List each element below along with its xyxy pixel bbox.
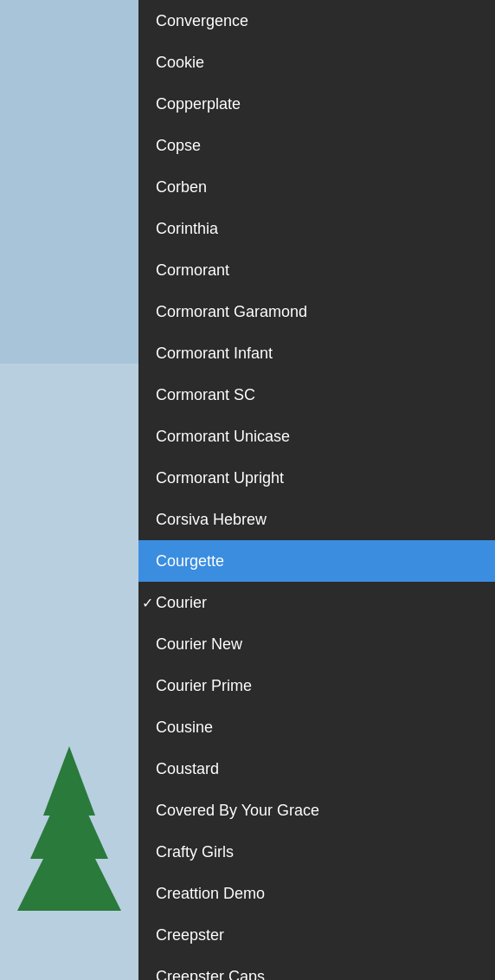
menu-item-cousine[interactable]: Cousine (138, 706, 495, 748)
menu-item-cormorant-infant[interactable]: Cormorant Infant (138, 332, 495, 374)
checkmark-icon: ✓ (138, 595, 156, 611)
menu-item-label: Covered By Your Grace (156, 802, 319, 820)
menu-item-label: Corinthia (156, 220, 218, 238)
menu-item-cookie[interactable]: Cookie (138, 42, 495, 83)
menu-item-creepster-caps[interactable]: Creepster Caps (138, 956, 495, 980)
menu-item-label: Cormorant (156, 261, 229, 280)
menu-item-courgette[interactable]: Courgette (138, 540, 495, 582)
font-dropdown-menu: ConvergenceCookieCopperplateCopseCorbenC… (138, 0, 495, 980)
menu-item-label: Creattion Demo (156, 885, 265, 903)
menu-item-label: Corben (156, 178, 207, 197)
tree-top (43, 746, 95, 816)
menu-item-convergence[interactable]: Convergence (138, 0, 495, 42)
menu-item-label: Cousine (156, 719, 213, 737)
menu-item-copperplate[interactable]: Copperplate (138, 83, 495, 125)
menu-item-label: Cormorant SC (156, 386, 255, 404)
tree-decoration (0, 616, 138, 980)
menu-item-cormorant-upright[interactable]: Cormorant Upright (138, 457, 495, 499)
menu-item-cormorant-garamond[interactable]: Cormorant Garamond (138, 291, 495, 332)
menu-item-label: Cormorant Unicase (156, 428, 290, 446)
menu-item-cormorant-unicase[interactable]: Cormorant Unicase (138, 416, 495, 457)
menu-item-label: Creepster Caps (156, 968, 265, 981)
menu-item-label: Cookie (156, 54, 204, 72)
menu-item-label: Courier Prime (156, 677, 252, 695)
menu-item-covered-by-your-grace[interactable]: Covered By Your Grace (138, 790, 495, 831)
menu-item-courier[interactable]: ✓Courier (138, 582, 495, 623)
menu-item-creattion-demo[interactable]: Creattion Demo (138, 873, 495, 914)
menu-item-label: Crafty Girls (156, 843, 234, 861)
menu-item-copse[interactable]: Copse (138, 125, 495, 166)
menu-item-courier-prime[interactable]: Courier Prime (138, 665, 495, 706)
background-top (0, 0, 138, 364)
menu-item-label: Cormorant Garamond (156, 303, 307, 321)
menu-item-label: Coustard (156, 760, 219, 778)
menu-item-label: Cormorant Upright (156, 469, 284, 487)
menu-item-label: Creepster (156, 926, 224, 945)
menu-item-label: Copperplate (156, 95, 241, 113)
menu-item-crafty-girls[interactable]: Crafty Girls (138, 831, 495, 873)
menu-item-label: Cormorant Infant (156, 345, 273, 363)
left-panel (0, 0, 138, 980)
menu-item-cormorant-sc[interactable]: Cormorant SC (138, 374, 495, 416)
menu-item-cormorant[interactable]: Cormorant (138, 249, 495, 291)
menu-item-label: Courier New (156, 635, 242, 654)
menu-item-label: Courier (156, 594, 207, 612)
menu-item-label: Corsiva Hebrew (156, 511, 267, 529)
menu-item-courier-new[interactable]: Courier New (138, 623, 495, 665)
menu-item-label: Convergence (156, 12, 248, 30)
menu-item-creepster[interactable]: Creepster (138, 914, 495, 956)
menu-item-corinthia[interactable]: Corinthia (138, 208, 495, 249)
menu-item-coustard[interactable]: Coustard (138, 748, 495, 790)
menu-item-label: Courgette (156, 552, 224, 571)
menu-item-label: Copse (156, 137, 201, 155)
menu-item-corben[interactable]: Corben (138, 166, 495, 208)
menu-item-corsiva-hebrew[interactable]: Corsiva Hebrew (138, 499, 495, 540)
